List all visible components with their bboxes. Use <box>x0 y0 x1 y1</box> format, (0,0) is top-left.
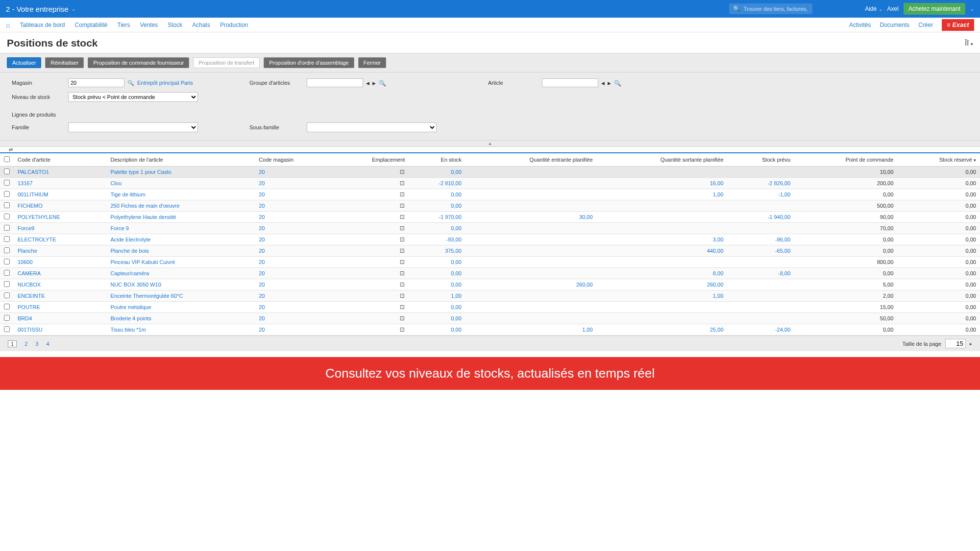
cell-planned-out[interactable]: 260,00 <box>597 279 728 290</box>
cell-planned-out[interactable]: 1,00 <box>597 189 728 200</box>
cell-wh-code[interactable]: 20 <box>255 223 334 234</box>
table-row[interactable]: ENCEINTEEnceinte Thermorégulée 60°C20⚀1,… <box>0 290 980 302</box>
row-checkbox[interactable] <box>4 281 10 287</box>
cell-planned-in[interactable] <box>466 200 597 212</box>
cell-projected[interactable]: -1,00 <box>727 189 794 200</box>
company-selector[interactable]: 2 - Votre entreprise ⌄ <box>6 5 75 13</box>
cell-planned-out[interactable]: 3,00 <box>597 234 728 245</box>
cell-planned-out[interactable]: 440,00 <box>597 245 728 257</box>
row-checkbox[interactable] <box>4 202 10 208</box>
cell-planned-out[interactable] <box>597 302 728 313</box>
table-row[interactable]: PlanchePlanche de bois20⚀375,00440,00-65… <box>0 245 980 257</box>
cell-wh-code[interactable]: 20 <box>255 268 334 279</box>
nav-documents[interactable]: Documents <box>880 22 909 28</box>
cell-planned-out[interactable]: 1,00 <box>597 290 728 302</box>
cell-projected[interactable]: -1 940,00 <box>727 212 794 223</box>
location-icon[interactable]: ⚀ <box>334 268 409 279</box>
cell-item-code[interactable]: NUCBOX <box>14 279 106 290</box>
nav-dashboards[interactable]: Tableaux de bord <box>20 22 65 28</box>
cell-item-desc[interactable]: Poutre métalique <box>106 302 255 313</box>
col-planned-out[interactable]: Quantité sortante planifiée <box>597 153 728 167</box>
cell-planned-in[interactable] <box>466 302 597 313</box>
cell-wh-code[interactable]: 20 <box>255 245 334 257</box>
table-row[interactable]: 10600Pinceau VIP Kabuki Cuivré20⚀0,00800… <box>0 257 980 268</box>
location-icon[interactable]: ⚀ <box>334 257 409 268</box>
cell-planned-in[interactable] <box>466 245 597 257</box>
row-checkbox[interactable] <box>4 225 10 231</box>
search-icon[interactable]: 🔍 <box>614 80 621 87</box>
subfamily-select[interactable] <box>307 122 437 132</box>
family-select[interactable] <box>68 122 198 132</box>
cell-item-desc[interactable]: 250 Fiches de main d'oeuvre <box>106 200 255 212</box>
stocklevel-select[interactable]: Stock prévu < Point de commande <box>68 92 198 102</box>
cell-projected[interactable] <box>727 290 794 302</box>
cell-planned-in[interactable] <box>466 189 597 200</box>
cell-in-stock[interactable]: 0,00 <box>409 200 465 212</box>
cell-item-code[interactable]: POUTRE <box>14 302 106 313</box>
cell-in-stock[interactable]: 0,00 <box>409 268 465 279</box>
cell-planned-out[interactable] <box>597 167 728 178</box>
cell-in-stock[interactable]: -2 810,00 <box>409 178 465 189</box>
cell-projected[interactable] <box>727 223 794 234</box>
next-icon[interactable]: ▶ <box>372 81 376 86</box>
cell-wh-code[interactable]: 20 <box>255 178 334 189</box>
cell-planned-out[interactable]: 16,00 <box>597 178 728 189</box>
cell-in-stock[interactable]: 0,00 <box>409 257 465 268</box>
app-centre-link[interactable]: Mon App Centre <box>817 5 860 12</box>
next-icon[interactable]: ▶ <box>608 81 611 86</box>
nav-sales[interactable]: Ventes <box>140 22 158 28</box>
cell-in-stock[interactable]: 0,00 <box>409 324 465 335</box>
cell-wh-code[interactable]: 20 <box>255 302 334 313</box>
warehouse-link[interactable]: Entrepôt principal Paris <box>137 80 193 86</box>
cell-item-code[interactable]: 10600 <box>14 257 106 268</box>
cell-planned-in[interactable] <box>466 268 597 279</box>
cell-wh-code[interactable]: 20 <box>255 257 334 268</box>
refresh-button[interactable]: Actualiser <box>7 57 41 68</box>
user-menu[interactable]: Axel <box>887 5 899 12</box>
cell-planned-out[interactable] <box>597 200 728 212</box>
nav-activities[interactable]: Activités <box>849 22 871 28</box>
cell-item-desc[interactable]: Acide Electrolyte <box>106 234 255 245</box>
row-checkbox[interactable] <box>4 168 10 174</box>
table-row[interactable]: Force9Force 920⚀0,0070,000,00 <box>0 223 980 234</box>
cell-in-stock[interactable]: -93,00 <box>409 234 465 245</box>
page-link[interactable]: 3 <box>35 341 38 347</box>
cell-planned-out[interactable]: 25,00 <box>597 324 728 335</box>
assembly-button[interactable]: Proposition d'ordre d'assemblage <box>264 57 354 68</box>
col-projected[interactable]: Stock prévu <box>727 153 794 167</box>
cell-wh-code[interactable]: 20 <box>255 212 334 223</box>
location-icon[interactable]: ⚀ <box>334 302 409 313</box>
cell-wh-code[interactable]: 20 <box>255 290 334 302</box>
row-checkbox[interactable] <box>4 315 10 321</box>
row-checkbox[interactable] <box>4 292 10 298</box>
location-icon[interactable]: ⚀ <box>334 234 409 245</box>
cell-item-desc[interactable]: Broderie 4 points <box>106 313 255 324</box>
cell-planned-out[interactable]: 8,00 <box>597 268 728 279</box>
table-row[interactable]: ELECTROLYTEAcide Electrolyte20⚀-93,003,0… <box>0 234 980 245</box>
col-item-desc[interactable]: Description de l'article <box>106 153 255 167</box>
cell-planned-in[interactable] <box>466 290 597 302</box>
location-icon[interactable]: ⚀ <box>334 313 409 324</box>
location-icon[interactable]: ⚀ <box>334 178 409 189</box>
cell-item-desc[interactable]: Force 9 <box>106 223 255 234</box>
cell-wh-code[interactable]: 20 <box>255 324 334 335</box>
cell-item-code[interactable]: Force9 <box>14 223 106 234</box>
cell-in-stock[interactable]: 1,00 <box>409 290 465 302</box>
cell-item-code[interactable]: 001LITHIUM <box>14 189 106 200</box>
cell-item-desc[interactable]: Pinceau VIP Kabuki Cuivré <box>106 257 255 268</box>
cell-planned-in[interactable] <box>466 234 597 245</box>
table-row[interactable]: 001LITHIUMTige de lithium20⚀0,001,00-1,0… <box>0 189 980 200</box>
cell-planned-in[interactable] <box>466 178 597 189</box>
reset-button[interactable]: Réinitialiser <box>45 57 84 68</box>
cell-projected[interactable]: -65,00 <box>727 245 794 257</box>
location-icon[interactable]: ⚀ <box>334 324 409 335</box>
col-reserved[interactable]: Stock réservé ▾ <box>897 153 980 167</box>
cell-projected[interactable] <box>727 313 794 324</box>
cell-item-code[interactable]: ELECTROLYTE <box>14 234 106 245</box>
cell-item-code[interactable]: PALCASTO1 <box>14 167 106 178</box>
table-row[interactable]: POUTREPoutre métalique20⚀0,0015,000,00 <box>0 302 980 313</box>
location-icon[interactable]: ⚀ <box>334 200 409 212</box>
cell-item-code[interactable]: CAMERA <box>14 268 106 279</box>
table-row[interactable]: FICHEMO250 Fiches de main d'oeuvre20⚀0,0… <box>0 200 980 212</box>
itemgroup-input[interactable] <box>307 78 363 87</box>
